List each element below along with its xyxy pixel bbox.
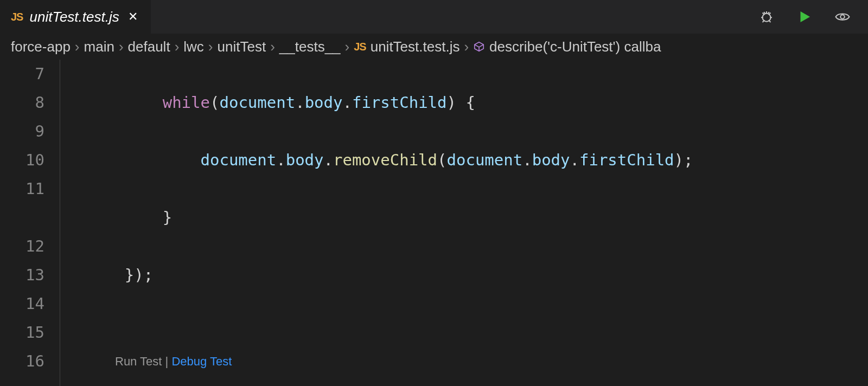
line-number: 14 [0,290,44,318]
code-token: document [201,151,277,169]
tab-bar: JS unitTest.test.js ✕ [0,0,868,34]
code-content[interactable]: while(document.body.firstChild) { docume… [87,60,693,386]
js-file-icon: JS [11,11,23,23]
svg-point-1 [840,15,845,19]
chevron-right-icon: › [464,38,469,55]
indent-guide [60,60,87,386]
js-file-icon: JS [354,41,366,53]
code-token: . [324,151,333,169]
editor-actions [756,0,868,34]
chevron-right-icon: › [345,38,350,55]
line-number: 16 [0,347,44,376]
code-token: ) [674,151,684,169]
code-token: body [286,151,324,169]
code-token: { [465,93,475,112]
chevron-right-icon: › [175,38,180,55]
code-token: removeChild [333,151,437,169]
breadcrumb-segment[interactable]: __tests__ [279,38,341,55]
line-number-gutter: 7 8 9 10 11 12 13 14 15 16 [0,60,60,386]
code-token: . [570,151,579,169]
symbol-icon [473,41,485,53]
chevron-right-icon: › [270,38,275,55]
code-token: ) [447,93,456,112]
code-token: document [447,151,523,169]
codelens-run-test[interactable]: Run Test [115,355,162,368]
line-number: 11 [0,175,44,203]
code-token: body [305,93,343,112]
code-token: document [219,93,295,112]
tab-filename: unitTest.test.js [29,9,119,25]
code-token: ; [684,151,693,169]
code-token: . [342,93,352,112]
chevron-right-icon: › [119,38,124,55]
code-token: . [276,151,285,169]
line-number: 13 [0,261,44,290]
breadcrumb-segment[interactable]: lwc [183,38,204,55]
code-editor[interactable]: 7 8 9 10 11 12 13 14 15 16 while(documen… [0,60,868,386]
codelens-debug-test[interactable]: Debug Test [171,355,232,368]
code-token: while [163,93,210,112]
line-number: 15 [0,318,44,347]
code-token: body [532,151,570,169]
breadcrumb[interactable]: force-app › main › default › lwc › unitT… [0,34,868,60]
code-token: ; [144,266,153,284]
code-token: . [522,151,532,169]
code-token: firstChild [579,151,674,169]
chevron-right-icon: › [75,38,80,55]
eye-icon[interactable] [832,7,853,27]
breadcrumb-file[interactable]: unitTest.test.js [371,38,460,55]
close-icon[interactable]: ✕ [126,8,140,26]
code-token: ( [210,93,219,112]
code-token: }) [125,266,144,284]
breadcrumb-segment[interactable]: main [84,38,114,55]
breadcrumb-segment[interactable]: unitTest [218,38,266,55]
code-token: . [295,93,304,112]
codelens: Run Test | Debug Test [87,347,693,376]
line-number: 8 [0,88,44,117]
line-number: 7 [0,60,44,88]
code-token: } [163,208,172,227]
line-number: 9 [0,117,44,146]
code-token [87,93,163,112]
play-icon[interactable] [794,7,815,27]
code-token [87,151,201,169]
tab-active[interactable]: JS unitTest.test.js ✕ [0,0,151,34]
code-token [456,93,465,112]
line-number: 10 [0,146,44,175]
codelens-separator: | [162,355,171,368]
code-token: ( [437,151,446,169]
bug-icon[interactable] [756,7,777,27]
code-token [87,266,125,284]
breadcrumb-segment[interactable]: force-app [11,38,71,55]
chevron-right-icon: › [208,38,213,55]
breadcrumb-segment[interactable]: default [128,38,170,55]
code-token [87,208,163,227]
code-token: firstChild [352,93,447,112]
breadcrumb-symbol[interactable]: describe('c-UnitTest') callba [489,38,661,55]
line-number: 12 [0,232,44,261]
